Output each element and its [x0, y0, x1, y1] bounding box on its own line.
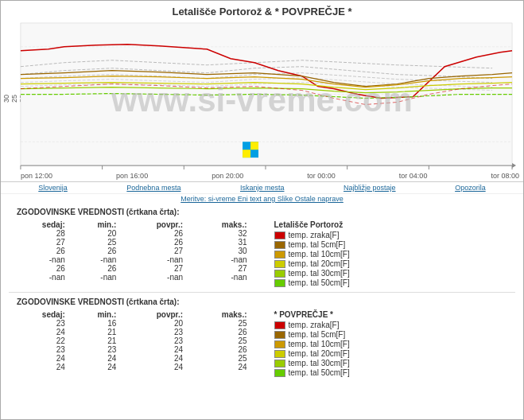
svg-marker-5: [512, 163, 516, 168]
legend-item: temp. tal 50cm[F]: [274, 368, 516, 377]
section2-legend-items: temp. zraka[F]temp. tal 5cm[F]temp. tal …: [274, 321, 516, 377]
table-row: 24212326: [9, 328, 250, 336]
table-row: 24242425: [9, 354, 250, 363]
legend-color-swatch: [274, 279, 285, 287]
x-label-4: tor 04:00: [399, 172, 428, 180]
table-row: 24242424: [9, 363, 250, 371]
legend-color-swatch: [274, 360, 285, 368]
legend-item: temp. tal 20cm[F]: [274, 349, 516, 358]
section2-data: sedaj: min.: povpr.: maks.: 231620252421…: [1, 307, 523, 379]
nav-link-opozorila[interactable]: Opozorila: [455, 184, 486, 192]
section2-legend-title: * POVPREČJE *: [274, 310, 516, 319]
table-row: 26262727: [9, 264, 250, 273]
table-row: 28202632: [9, 229, 250, 238]
col-sedaj-2: sedaj:: [9, 310, 68, 319]
x-axis-labels: pon 12:00 pon 16:00 pon 20:00 tor 00:00 …: [21, 172, 519, 180]
legend-label: temp. tal 5cm[F]: [289, 240, 346, 249]
legend-color-swatch: [274, 340, 285, 348]
section2-legend: * POVPREČJE * temp. zraka[F]temp. tal 5c…: [274, 310, 516, 378]
section1-header: ZGODOVINSKE VREDNOSTI (črtkana črta):: [9, 206, 515, 216]
x-label-0: pon 12:00: [21, 172, 52, 180]
nav-link-podnebna[interactable]: Podnebna mesta: [126, 184, 180, 192]
section1-table: sedaj: min.: povpr.: maks.: 282026322725…: [9, 220, 250, 282]
section1-data: sedaj: min.: povpr.: maks.: 282026322725…: [1, 217, 523, 290]
svg-rect-14: [250, 142, 258, 150]
legend-label: temp. tal 50cm[F]: [289, 278, 350, 287]
section2-header-area: ZGODOVINSKE VREDNOSTI (črtkana črta):: [1, 295, 523, 307]
col-povpr-1: povpr.:: [119, 220, 186, 229]
section2-table-block: sedaj: min.: povpr.: maks.: 231620252421…: [9, 310, 250, 378]
x-label-2: pon 20:00: [212, 172, 243, 180]
legend-label: temp. zraka[F]: [289, 321, 340, 329]
legend-color-swatch: [274, 270, 285, 278]
legend-label: temp. tal 5cm[F]: [289, 330, 346, 339]
legend-label: temp. tal 10cm[F]: [289, 250, 350, 259]
legend-label: temp. tal 50cm[F]: [289, 368, 350, 377]
legend-color-swatch: [274, 241, 285, 249]
divider: [9, 292, 515, 293]
section2-header: ZGODOVINSKE VREDNOSTI (črtkana črta):: [9, 296, 515, 306]
legend-item: temp. tal 30cm[F]: [274, 359, 516, 368]
section1-header-area: ZGODOVINSKE VREDNOSTI (črtkana črta):: [1, 204, 523, 217]
legend-color-swatch: [274, 331, 285, 339]
legend-item: temp. tal 30cm[F]: [274, 269, 516, 278]
col-min-2: min.:: [68, 310, 120, 319]
col-povpr-2: povpr.:: [119, 310, 186, 319]
table-row: 23162025: [9, 319, 250, 328]
nav-link-najblizje[interactable]: Najbližje postaje: [344, 184, 396, 192]
legend-color-swatch: [274, 321, 285, 329]
legend-color-swatch: [274, 231, 285, 239]
legend-color-swatch: [274, 251, 285, 259]
legend-item: temp. tal 5cm[F]: [274, 240, 516, 249]
legend-item: temp. tal 50cm[F]: [274, 278, 516, 287]
legend-item: temp. tal 20cm[F]: [274, 259, 516, 268]
legend-item: temp. tal 10cm[F]: [274, 340, 516, 348]
table-row: 27252631: [9, 238, 250, 247]
table-row: -nan-nan-nan-nan: [9, 273, 250, 282]
x-label-1: pon 16:00: [116, 172, 148, 180]
legend-label: temp. tal 20cm[F]: [289, 259, 350, 268]
nav-links[interactable]: Slovenija Podnebna mesta Iskanje mesta N…: [1, 182, 523, 194]
main-container: Letališče Portorož & * POVPREČJE * 30 25…: [0, 0, 524, 420]
legend-item: temp. zraka[F]: [274, 321, 516, 329]
col-maks-2: maks.:: [186, 310, 250, 319]
legend-label: temp. tal 10cm[F]: [289, 340, 350, 348]
nav-link-slovenija[interactable]: Slovenija: [38, 184, 68, 192]
legend-label: temp. zraka[F]: [289, 231, 340, 239]
chart-title: Letališče Portorož & * POVPREČJE *: [1, 1, 523, 19]
legend-label: temp. tal 20cm[F]: [289, 349, 350, 358]
col-min-1: min.:: [68, 220, 120, 229]
table-row: 23232426: [9, 345, 250, 354]
section1-legend-title: Letališče Portorož: [274, 220, 516, 229]
legend-item: temp. tal 10cm[F]: [274, 250, 516, 259]
section1-legend: Letališče Portorož temp. zraka[F]temp. t…: [274, 220, 516, 288]
table-row: -nan-nan-nan-nan: [9, 255, 250, 264]
section2-table: sedaj: min.: povpr.: maks.: 231620252421…: [9, 310, 250, 371]
chart-area: 30 25 20: [1, 19, 523, 182]
legend-color-swatch: [274, 350, 285, 358]
svg-rect-15: [243, 150, 250, 158]
legend-color-swatch: [274, 369, 285, 377]
section1-table-block: sedaj: min.: povpr.: maks.: 282026322725…: [9, 220, 250, 288]
col-maks-1: maks.:: [186, 220, 250, 229]
section1-legend-items: temp. zraka[F]temp. tal 5cm[F]temp. tal …: [274, 231, 516, 287]
x-label-3: tor 00:00: [307, 172, 336, 180]
bottom-links[interactable]: Meritve: si-vreme Eni text ang Slike Ost…: [1, 194, 523, 204]
table-row: 26262730: [9, 247, 250, 255]
table-row: 22212325: [9, 336, 250, 345]
chart-svg: [1, 19, 523, 181]
legend-item: temp. tal 5cm[F]: [274, 330, 516, 339]
legend-item: temp. zraka[F]: [274, 231, 516, 239]
col-sedaj-1: sedaj:: [9, 220, 68, 229]
legend-color-swatch: [274, 260, 285, 268]
nav-link-iskanje[interactable]: Iskanje mesta: [240, 184, 285, 192]
x-label-5: tor 08:00: [491, 172, 519, 180]
legend-label: temp. tal 30cm[F]: [289, 269, 350, 278]
legend-label: temp. tal 30cm[F]: [289, 359, 350, 368]
